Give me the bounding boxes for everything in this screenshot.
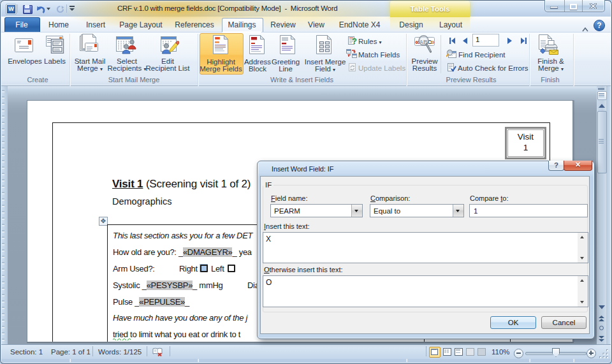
svg-text:?: ? xyxy=(352,36,357,45)
